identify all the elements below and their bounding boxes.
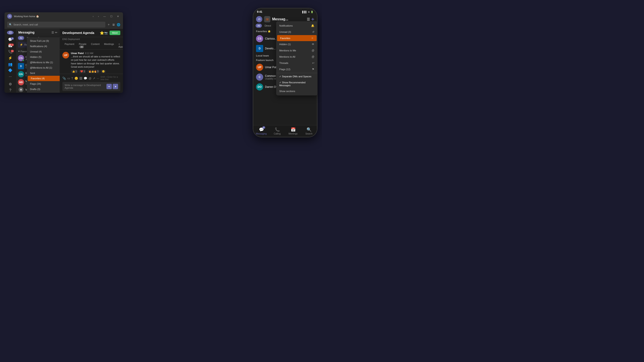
phone-menu-hidden[interactable]: Hidden (1) 👁 [276,41,318,47]
minimize-btn[interactable]: — [102,14,107,18]
phone-status-icon[interactable]: 💼 [264,16,270,22]
phone-menu-mentions-all[interactable]: Mentions to All @ [276,54,318,60]
tab-payment[interactable]: Payment [62,41,76,49]
more-tools-icon[interactable]: ··· [96,77,99,80]
menu-favorites[interactable]: Favorites (4) [28,76,60,81]
rail-help[interactable]: ? [6,88,14,93]
phone-tab-direct[interactable]: Direct [263,24,273,28]
reaction-thumbs[interactable]: 👍 1 [71,70,78,73]
channel-sub: ENG Deployment [60,37,123,41]
add-btn[interactable]: ＋ [107,22,110,26]
phone-menu-notifications[interactable]: Notifications 🔔 [276,22,318,29]
menu-flags[interactable]: Flags (34) [27,81,60,86]
signal-icon: ▌▌▌ [302,11,307,13]
tab-apps[interactable]: + Apps [116,41,123,49]
message-input-area: 📎 ▭ T 😊 🖼 💬 @ ↗ ··· Shift + Enter for a … [60,74,123,93]
send-actions: ▾ ➤ [106,84,118,89]
video-icon[interactable]: 📷 [104,31,108,35]
gif-icon[interactable]: 🖼 [80,77,82,80]
meet-button[interactable]: Meet [110,31,120,35]
reaction-heart[interactable]: ❤️ 1 [79,70,86,73]
input-placeholder: Write a message to Development Agenda [64,84,106,89]
calendar-badge: 1 [11,43,14,46]
calling-nav-icon: 📞 [275,127,280,132]
phone-menu-flags[interactable]: Flags (12) ⚑ [276,66,318,72]
phone-nav-calling[interactable]: 📞 Calling [269,125,285,137]
phone-nav-messaging[interactable]: 💬 6 Messaging [253,125,269,137]
sidebar-filter-icon[interactable]: ☰ [52,31,54,34]
channel-actions: 📷 Meet [104,31,120,35]
menu-reminders[interactable]: Reminders (2) [27,92,60,93]
menu-mentions-me[interactable]: @Mentions to Me (1) [27,60,60,65]
filter-tab-all[interactable]: All [18,36,24,40]
menu-show-full-list[interactable]: Show Full List (9) [27,38,60,43]
matthew-avatar: MB [18,79,24,85]
messaging-nav-badge: 6 [262,126,265,129]
menu-mentions-all[interactable]: @Mentions to All (1) [27,65,60,70]
phone-menu-show-sections[interactable]: Show sections [276,88,318,94]
reaction-smile[interactable]: 😊 [100,70,106,73]
menu-hidden[interactable]: Hidden (5) [27,54,60,60]
emoji-icon[interactable]: 😊 [74,77,78,80]
tab-people[interactable]: People 30 [76,41,88,49]
phone-menu-favorites-label: Favorites [280,37,290,39]
send-btn[interactable]: ➤ [113,84,118,89]
sidebar-compose-icon[interactable]: ✏ [55,31,58,34]
phone-menu-threads[interactable]: Threads ↩ [276,60,318,66]
phone-menu-favorites[interactable]: Favorites ☆ [277,35,317,41]
menu-unread[interactable]: Unread (4) [27,49,60,54]
loop-icon[interactable]: ↗ [93,77,95,80]
phone-tab-all[interactable]: All [256,24,262,28]
tab-content[interactable]: Content [89,41,102,49]
input-hint: Shift + Enter for a new line [100,76,120,81]
reaction-fire[interactable]: 🔥👍🔥 3 [87,70,100,73]
phone-menu-separate-dms[interactable]: ✓ Separate DMs and Spaces [276,73,318,79]
connect-device-icon[interactable]: 🖥 [112,23,115,26]
nav-forward[interactable]: › [96,14,100,18]
at-icon-1: @ [312,49,314,52]
phone-menu-unread[interactable]: Unread (3) ↺ [276,29,318,35]
format-icon[interactable]: ▭ [67,77,70,80]
title-bar: JD Working from home 🏠 ‹ › — ☐ ✕ [4,12,123,20]
menu-notifications[interactable]: Notifications (4) [27,43,60,49]
rail-chat[interactable]: 💬 5 [6,37,14,42]
close-btn[interactable]: ✕ [116,14,120,18]
rail-apps[interactable]: 🔷 [6,68,14,73]
phone-user-avatar[interactable]: JD [256,16,262,22]
rail-activity[interactable]: ⚡ [6,55,14,60]
phone-nav-search[interactable]: 🔍 Search [301,125,317,137]
phone-menu-show-recommended[interactable]: ✓ Show Recommended Messages [276,79,318,88]
phone-menu-mentions-all-label: Mentions to All [279,55,296,58]
message-input[interactable]: Write a message to Development Agenda ▾ … [62,82,120,91]
rail-calls[interactable]: 📞 1 [6,49,14,54]
text-format-icon[interactable]: T [71,77,73,80]
phone-compose-icon[interactable]: ✚ [311,17,314,21]
edge-icon[interactable]: 🌐 [117,23,120,26]
search-bar[interactable]: 🔍 Search, meet, and call [7,22,105,27]
sticker-icon[interactable]: 💬 [84,77,87,80]
rail-more[interactable]: ··· [6,74,14,79]
rail-calendar[interactable]: 📅 1 [6,43,14,48]
chat-badge: 5 [11,37,14,40]
nav-back[interactable]: ‹ [92,14,95,18]
maximize-btn[interactable]: ☐ [109,14,114,18]
attach-icon[interactable]: 📎 [62,77,66,80]
phone-list-icon[interactable]: ☰ [307,17,310,21]
messages-area[interactable]: UP Umar Patel 8:12 AM ...think we should… [60,50,123,74]
phone-menu-unread-label: Unread (3) [279,31,291,33]
channel-star-icon[interactable]: ⭐ [100,31,104,35]
tab-meetings[interactable]: Meetings [102,41,116,49]
user-avatar[interactable]: JD [7,31,14,35]
rail-teams[interactable]: 👥 [6,62,14,67]
phone-menu-mentions-me[interactable]: Mentions to Me @ [276,47,318,54]
phone-app-title: Messag... [272,17,305,21]
send-options-btn[interactable]: ▾ [106,84,112,89]
menu-label: Notifications (4) [30,45,47,48]
mention-icon[interactable]: @ [88,77,92,80]
rail-settings[interactable]: ⚙ [6,82,14,87]
title-avatar: JD [7,14,12,19]
phone-nav-meetings[interactable]: 📅 Meetings [285,125,301,137]
menu-drafts[interactable]: Drafts (3) [27,86,60,92]
menu-label: Show Full List (9) [30,39,49,42]
menu-sent[interactable]: Sent [27,70,60,76]
